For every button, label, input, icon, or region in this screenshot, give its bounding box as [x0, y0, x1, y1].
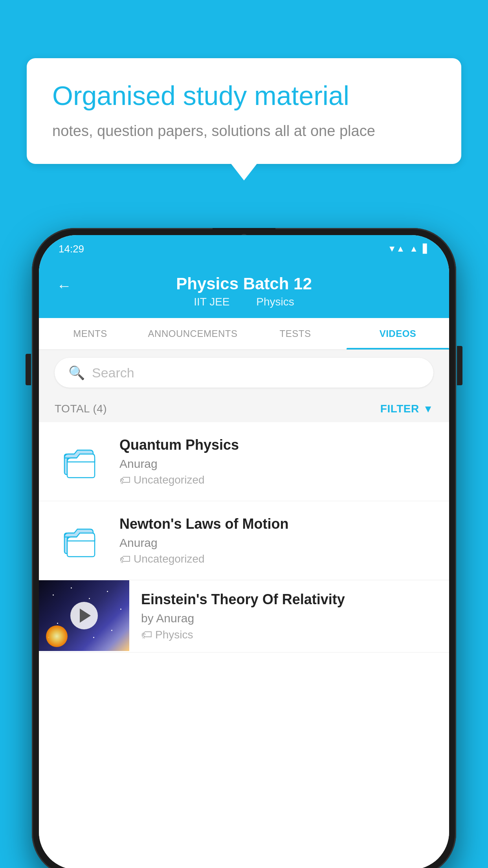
search-icon: 🔍 [68, 365, 85, 381]
battery-icon: ▋ [423, 244, 429, 254]
tab-ments[interactable]: MENTS [39, 318, 141, 349]
video-tag-3: 🏷 Physics [141, 628, 437, 641]
folder-thumbnail-1 [55, 436, 106, 487]
tab-tests[interactable]: TESTS [244, 318, 347, 349]
video-info-1: Quantum Physics Anurag 🏷 Uncategorized [119, 437, 433, 487]
tab-videos[interactable]: VIDEOS [347, 318, 449, 349]
filter-label: FILTER [380, 403, 419, 415]
page-title: Physics Batch 12 [176, 274, 312, 293]
video-author-3: by Anurag [141, 612, 437, 625]
filter-button[interactable]: FILTER ▼ [380, 403, 433, 415]
speech-bubble-heading: Organised study material [52, 80, 436, 112]
subtitle-iit: IIT JEE [194, 296, 229, 308]
speech-bubble-subtext: notes, question papers, solutions all at… [52, 120, 436, 142]
phone-screen: 14:29 ▼▲ ▲ ▋ ← Physics Batch 12 IIT JEE … [39, 235, 449, 868]
search-placeholder: Search [92, 365, 134, 381]
video-tag-2: 🏷 Uncategorized [119, 553, 433, 566]
list-item[interactable]: Einstein's Theory Of Relativity by Anura… [39, 580, 449, 653]
subtitle-physics: Physics [256, 296, 294, 308]
header-subtitle: IIT JEE Physics [188, 296, 300, 308]
folder-icon [62, 443, 98, 480]
status-icons: ▼▲ ▲ ▋ [388, 244, 429, 254]
video-author-1: Anurag [119, 457, 433, 471]
status-time: 14:29 [59, 243, 84, 255]
video-info-3: Einstein's Theory Of Relativity by Anura… [129, 580, 449, 652]
signal-icon: ▲ [409, 244, 418, 254]
wifi-icon: ▼▲ [388, 244, 405, 254]
total-count: TOTAL (4) [55, 403, 107, 415]
folder-icon [62, 522, 98, 559]
phone-wrapper: 14:29 ▼▲ ▲ ▋ ← Physics Batch 12 IIT JEE … [32, 228, 456, 868]
speech-bubble-container: Organised study material notes, question… [27, 58, 461, 164]
status-bar: 14:29 ▼▲ ▲ ▋ [39, 235, 449, 263]
play-icon [80, 609, 91, 623]
folder-thumbnail-2 [55, 515, 106, 566]
list-item[interactable]: Quantum Physics Anurag 🏷 Uncategorized [39, 422, 449, 501]
video-title-2: Newton's Laws of Motion [119, 516, 433, 532]
tag-icon-3: 🏷 [141, 628, 152, 641]
search-container: 🔍 Search [39, 350, 449, 395]
search-bar[interactable]: 🔍 Search [55, 358, 433, 388]
video-author-2: Anurag [119, 536, 433, 550]
video-title-3: Einstein's Theory Of Relativity [141, 591, 437, 608]
speech-bubble: Organised study material notes, question… [27, 58, 461, 164]
back-button[interactable]: ← [57, 278, 72, 294]
video-title-1: Quantum Physics [119, 437, 433, 453]
tag-icon-2: 🏷 [119, 553, 130, 566]
play-button-3[interactable] [70, 602, 98, 629]
phone-outer: 14:29 ▼▲ ▲ ▋ ← Physics Batch 12 IIT JEE … [32, 228, 456, 868]
video-info-2: Newton's Laws of Motion Anurag 🏷 Uncateg… [119, 516, 433, 566]
tag-icon-1: 🏷 [119, 474, 130, 487]
filter-bar: TOTAL (4) FILTER ▼ [39, 395, 449, 422]
video-tag-1: 🏷 Uncategorized [119, 474, 433, 487]
list-item[interactable]: Newton's Laws of Motion Anurag 🏷 Uncateg… [39, 501, 449, 580]
filter-icon: ▼ [423, 403, 433, 415]
app-header: ← Physics Batch 12 IIT JEE Physics [39, 263, 449, 318]
tab-announcements[interactable]: ANNOUNCEMENTS [141, 318, 244, 349]
content-area: Quantum Physics Anurag 🏷 Uncategorized [39, 422, 449, 868]
tab-bar: MENTS ANNOUNCEMENTS TESTS VIDEOS [39, 318, 449, 350]
video-thumbnail-3 [39, 580, 129, 651]
